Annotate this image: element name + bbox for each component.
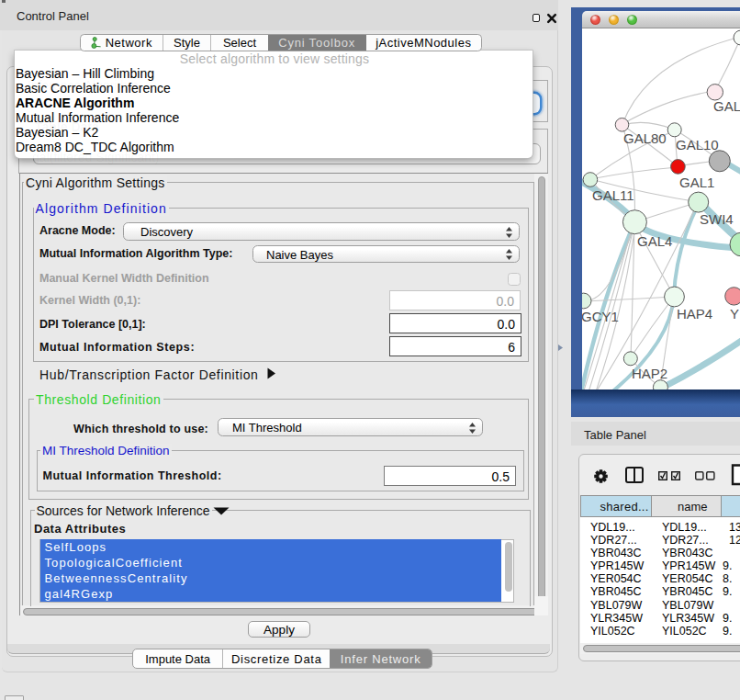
svg-text:GAL10: GAL10 <box>676 137 719 152</box>
svg-text:GAL11: GAL11 <box>592 187 634 203</box>
svg-text:HAP2: HAP2 <box>632 366 667 381</box>
svg-text:HAP4: HAP4 <box>677 306 712 322</box>
svg-text:GAL4: GAL4 <box>637 233 672 249</box>
svg-text:SWI4: SWI4 <box>700 211 734 227</box>
svg-text:Y: Y <box>730 306 739 322</box>
svg-text:GAL1: GAL1 <box>679 175 714 190</box>
svg-text:GCY1: GCY1 <box>582 309 619 324</box>
svg-text:GAL7: GAL7 <box>713 98 740 114</box>
svg-text:GAL80: GAL80 <box>623 130 667 146</box>
